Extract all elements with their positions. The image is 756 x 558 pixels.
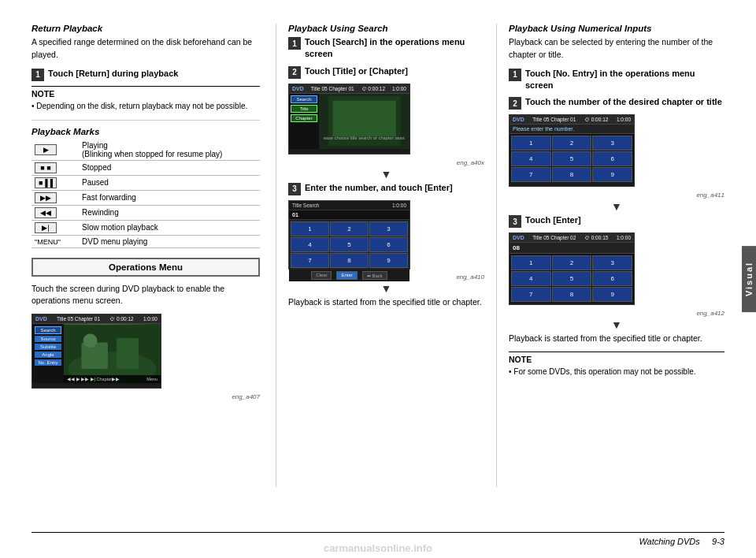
no-entry-btn[interactable]: No. Entry (35, 359, 61, 366)
page-container: Return Playback A specified range determ… (0, 0, 756, 558)
dvd-header-2: DVD Title 05 Chapter 01 ⏱ 0:00:12 1:0:00 (289, 84, 410, 94)
dvd-title-info: Title 05 Chapter 01 (57, 316, 100, 322)
eg-7[interactable]: 7 (511, 287, 551, 302)
num-3[interactable]: 3 (369, 221, 408, 236)
arrow-down-2: ▼ (288, 282, 484, 295)
right-step-text-1: Touch [No. Entry] in the operations menu… (525, 68, 724, 92)
dvd-body-2: Search Title Chapter Please choose title… (289, 94, 410, 149)
dvd-body-4: 08 1 2 3 4 5 6 7 8 9 (510, 243, 634, 299)
ne-6[interactable]: 6 (592, 151, 632, 166)
dvd-screen-enter: DVD Title 05 Chapter 02 ⏱ 0:00:15 1:0:00… (509, 232, 635, 305)
right-step-text-2: Touch the number of the desired chapter … (525, 96, 722, 108)
eg-8[interactable]: 8 (552, 287, 592, 302)
screen-cap-1: eng_a40x (288, 159, 484, 166)
title-btn[interactable]: Title (291, 105, 317, 113)
chapter-btn[interactable]: Chapter (291, 114, 317, 122)
dvd-numentry-area: Please enter the number. 1 2 3 4 5 6 7 8… (510, 125, 634, 181)
clear-btn[interactable]: Clear (311, 271, 332, 280)
numentry-grid: 1 2 3 4 5 6 7 8 9 (510, 134, 634, 184)
note-text-2: • For some DVDs, this operation may not … (509, 366, 724, 378)
ne-3[interactable]: 3 (592, 136, 632, 151)
eg-1[interactable]: 1 (511, 255, 551, 270)
footer-title: Watching DVDs 9-3 (639, 537, 724, 546)
screen-caption-ops: eng_a407 (32, 393, 260, 400)
visual-tab-label: Visual (744, 262, 754, 296)
right-step-text-3: Touch [Enter] (525, 214, 581, 226)
search-title-label: Title Search (292, 203, 319, 208)
mark-icon: ■▐▐ (32, 175, 79, 190)
dvd-duration: 1:0:00 (143, 316, 158, 322)
right-step3: 3 Touch [Enter] (509, 214, 724, 228)
subtitle-btn[interactable]: Subtitle (35, 344, 61, 350)
ne-4[interactable]: 4 (511, 151, 551, 166)
right-step-num-1: 1 (509, 69, 521, 81)
return-playback-body: A specified range determined on the disk… (32, 36, 260, 61)
return-playback-title: Return Playback (32, 24, 260, 33)
ne-2[interactable]: 2 (552, 136, 592, 151)
mark-icon: ▶▶ (32, 190, 79, 205)
enter-btn[interactable]: Enter (336, 271, 357, 280)
mid-step-text-3: Enter the number, and touch [Enter] (305, 182, 453, 194)
search-btn[interactable]: Search (35, 326, 61, 334)
search-display: 01 (289, 210, 410, 220)
dvd-dur-4: 1:0:00 (617, 235, 631, 240)
ne-7[interactable]: 7 (511, 167, 551, 182)
right-step2: 2 Touch the number of the desired chapte… (509, 96, 724, 110)
ne-1[interactable]: 1 (511, 136, 551, 151)
eg-9[interactable]: 9 (592, 287, 632, 302)
num-1[interactable]: 1 (291, 221, 329, 236)
num-7[interactable]: 7 (291, 253, 329, 268)
divider-1 (32, 120, 260, 121)
mid-column: Playback Using Search 1 Touch [Search] i… (276, 24, 496, 487)
eg-5[interactable]: 5 (552, 271, 592, 286)
dvd-logo-2: DVD (292, 86, 304, 91)
content-area: Return Playback A specified range determ… (32, 24, 724, 487)
dvd-main-area: ◀◀ ▶ ▶▶ ▶| Chapter▶▶ Menu (64, 324, 161, 383)
dvd-screen-ops: DVD Title 05 Chapter 01 ⏱ 0:00:12 1:0:00… (32, 314, 161, 389)
eg-3[interactable]: 3 (592, 255, 632, 270)
table-row: ■▐▐ Paused (32, 175, 260, 190)
ops-menu-title: Operations Menu (109, 262, 183, 272)
angle-btn[interactable]: Angle (35, 352, 61, 358)
num-6[interactable]: 6 (369, 237, 408, 252)
search-numpad: 1 2 3 4 5 6 7 8 9 (289, 220, 410, 270)
mark-label: Paused (79, 175, 260, 190)
eg-2[interactable]: 2 (552, 255, 592, 270)
playback-marks-title: Playback Marks (32, 127, 260, 136)
search-btn-2[interactable]: Search (291, 95, 317, 103)
search-time: 1:0:00 (392, 203, 406, 208)
num-4[interactable]: 4 (291, 237, 329, 252)
visual-tab: Visual (742, 246, 756, 312)
dvd-body: Search Source Subtitle Angle No. Entry (32, 324, 161, 383)
table-row: ▶ Playing(Blinking when stopped for resu… (32, 140, 260, 161)
num-2[interactable]: 2 (330, 221, 369, 236)
num-5[interactable]: 5 (330, 237, 369, 252)
note-block-1: NOTE • Depending on the disk, return pla… (32, 86, 260, 112)
table-row: "MENU" DVD menu playing (32, 235, 260, 247)
dvd-time: ⏱ 0:00:12 (109, 316, 134, 322)
back-btn[interactable]: ⬅ Back (362, 271, 387, 280)
dvd-title-3: Title 05 Chapter 01 (532, 117, 576, 122)
right-body: Playback can be selected by entering the… (509, 36, 724, 61)
dvd-screen-title-chapter: DVD Title 05 Chapter 01 ⏱ 0:00:12 1:0:00… (288, 84, 410, 154)
num-8[interactable]: 8 (330, 253, 369, 268)
source-btn[interactable]: Source (35, 336, 61, 342)
ne-9[interactable]: 9 (592, 167, 632, 182)
eg-6[interactable]: 6 (592, 271, 632, 286)
mark-icon: ■ ■ (32, 160, 79, 175)
ne-8[interactable]: 8 (552, 167, 592, 182)
mid-section-title: Playback Using Search (288, 24, 484, 33)
marks-table: ▶ Playing(Blinking when stopped for resu… (32, 140, 260, 248)
dvd-logo-4: DVD (513, 235, 524, 240)
ne-5[interactable]: 5 (552, 151, 592, 166)
right-column: Playback Using Numerical Inputs Playback… (496, 24, 724, 487)
mid-step1: 1 Touch [Search] in the operations menu … (288, 36, 484, 61)
entered-value: 08 (510, 243, 634, 254)
svg-point-4 (83, 333, 98, 348)
screen-cap-4: eng_a412 (509, 310, 724, 317)
mark-label: DVD menu playing (79, 235, 260, 247)
mark-icon: ▶| (32, 220, 79, 235)
table-row: ◀◀ Rewinding (32, 205, 260, 220)
num-9[interactable]: 9 (369, 253, 408, 268)
eg-4[interactable]: 4 (511, 271, 551, 286)
